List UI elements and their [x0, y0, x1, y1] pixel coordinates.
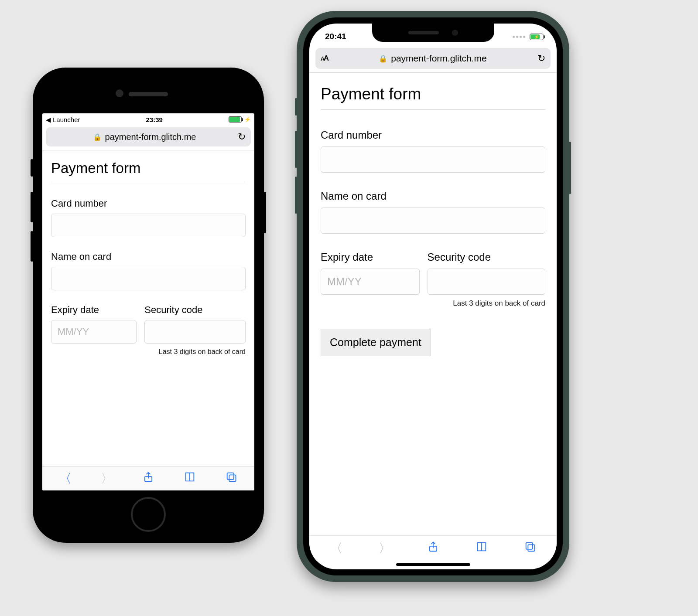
expiry-label: Expiry date: [51, 304, 137, 316]
forward-button[interactable]: 〉: [379, 540, 391, 557]
battery-icon: [229, 116, 242, 123]
cvc-input[interactable]: [144, 320, 246, 344]
lock-icon: 🔒: [93, 133, 102, 141]
battery-icon: ⚡: [530, 34, 544, 40]
expiry-input[interactable]: [321, 269, 420, 295]
svg-rect-2: [229, 475, 236, 481]
expiry-field: Expiry date: [321, 251, 420, 295]
power-button: [569, 142, 571, 194]
back-app-label: Launcher: [53, 116, 80, 123]
expiry-input[interactable]: [51, 320, 137, 344]
expiry-label: Expiry date: [321, 251, 420, 263]
cvc-field: Security code: [144, 304, 246, 344]
volume-down-button: [31, 231, 33, 262]
earpiece-speaker: [129, 92, 168, 96]
reader-aa-icon[interactable]: AA: [321, 54, 328, 63]
card-number-field: Card number: [51, 198, 246, 237]
status-right: ⚡: [229, 116, 251, 123]
cvc-label: Security code: [428, 251, 545, 263]
lock-icon: 🔒: [379, 54, 387, 63]
cellular-signal-icon: [513, 36, 525, 38]
cvc-helper-text: Last 3 digits on back of card: [321, 299, 545, 308]
bookmarks-icon[interactable]: [476, 541, 488, 556]
card-number-input[interactable]: [321, 146, 545, 173]
name-on-card-field: Name on card: [51, 251, 246, 290]
page-title: Payment form: [51, 160, 246, 177]
name-on-card-label: Name on card: [51, 251, 246, 262]
svg-rect-1: [227, 473, 233, 480]
url-text: payment-form.glitch.me: [391, 53, 486, 64]
tabs-icon[interactable]: [524, 541, 536, 556]
tabs-icon[interactable]: [225, 471, 237, 486]
safari-toolbar: 〈 〉: [42, 466, 254, 490]
share-icon[interactable]: [427, 541, 439, 556]
title-rule: [51, 182, 246, 182]
notch: [372, 24, 494, 42]
back-button[interactable]: 〈: [330, 540, 342, 557]
name-on-card-field: Name on card: [321, 190, 545, 234]
status-return-to-app[interactable]: ◀ Launcher: [46, 116, 80, 123]
charging-icon: ⚡: [534, 34, 539, 39]
mute-switch: [295, 98, 297, 116]
cvc-field: Security code: [428, 251, 545, 295]
status-bar: ◀ Launcher 23:39 ⚡: [42, 113, 254, 126]
device-bezel: 20:41 ⚡ AA 🔒 payment-form.glitch.me ↻: [303, 17, 563, 575]
card-number-label: Card number: [321, 129, 545, 141]
share-icon[interactable]: [142, 471, 154, 486]
web-content: Payment form Card number Name on card Ex…: [309, 73, 557, 535]
card-number-field: Card number: [321, 129, 545, 173]
front-camera: [116, 89, 123, 97]
title-rule: [321, 109, 545, 110]
card-number-input[interactable]: [51, 214, 246, 237]
cvc-label: Security code: [144, 304, 246, 316]
name-on-card-input[interactable]: [51, 267, 246, 290]
charging-icon: ⚡: [244, 116, 251, 123]
status-time: 23:39: [146, 116, 163, 123]
expiry-cvc-row: Expiry date Security code Last 3 digits …: [321, 251, 545, 308]
page-title: Payment form: [321, 85, 545, 103]
volume-up-button: [295, 131, 297, 168]
safari-address-bar[interactable]: 🔒 payment-form.glitch.me ↻: [46, 127, 251, 146]
name-on-card-input[interactable]: [321, 208, 545, 234]
web-content: Payment form Card number Name on card Ex…: [42, 150, 254, 466]
back-button[interactable]: 〈: [59, 470, 72, 487]
mute-switch: [31, 159, 33, 177]
screen: 20:41 ⚡ AA 🔒 payment-form.glitch.me ↻: [309, 24, 557, 569]
status-right: ⚡: [513, 34, 544, 40]
safari-toolbar: 〈 〉: [309, 535, 557, 561]
iphone-8-device: ◀ Launcher 23:39 ⚡ 🔒 payment-form.glitch…: [33, 68, 264, 543]
home-button[interactable]: [131, 497, 166, 532]
expiry-cvc-row: Expiry date Security code Last 3 digits …: [51, 304, 246, 356]
status-time: 20:41: [325, 32, 346, 41]
complete-payment-button[interactable]: Complete payment: [321, 329, 431, 356]
card-number-label: Card number: [51, 198, 246, 209]
name-on-card-label: Name on card: [321, 190, 545, 202]
front-camera: [452, 30, 458, 36]
iphone-11-device: 20:41 ⚡ AA 🔒 payment-form.glitch.me ↻: [297, 11, 569, 582]
volume-down-button: [295, 177, 297, 214]
svg-rect-5: [528, 545, 534, 551]
reload-icon[interactable]: ↻: [238, 131, 246, 143]
volume-up-button: [31, 192, 33, 222]
power-button: [263, 192, 266, 233]
safari-address-bar[interactable]: AA 🔒 payment-form.glitch.me ↻: [315, 48, 551, 69]
cvc-input[interactable]: [428, 269, 545, 295]
url-text: payment-form.glitch.me: [105, 132, 196, 142]
back-chevron-icon: ◀: [46, 116, 51, 123]
reload-icon[interactable]: ↻: [537, 53, 545, 64]
home-indicator[interactable]: [396, 563, 470, 566]
expiry-field: Expiry date: [51, 304, 137, 344]
forward-button[interactable]: 〉: [101, 470, 113, 487]
svg-rect-4: [526, 543, 532, 549]
bookmarks-icon[interactable]: [184, 471, 196, 486]
cvc-helper-text: Last 3 digits on back of card: [51, 348, 246, 356]
earpiece-speaker: [408, 31, 439, 34]
screen: ◀ Launcher 23:39 ⚡ 🔒 payment-form.glitch…: [42, 113, 254, 490]
